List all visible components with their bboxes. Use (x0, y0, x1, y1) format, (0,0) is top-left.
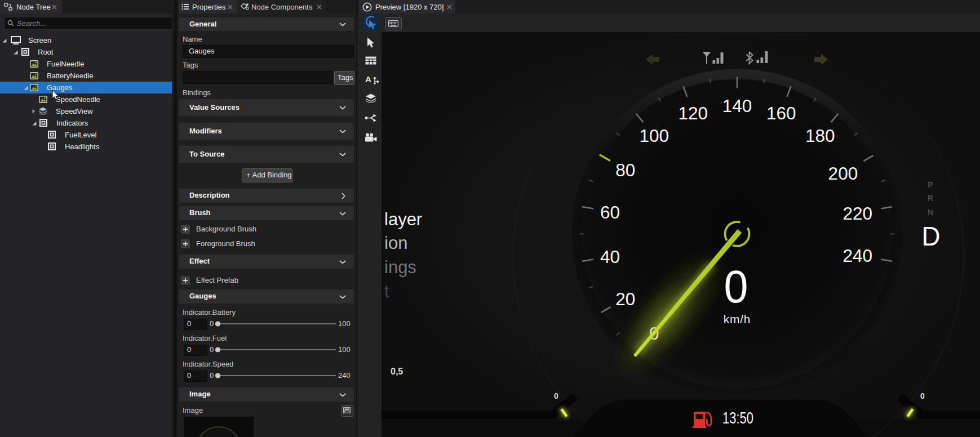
svg-text:60: 60 (600, 202, 620, 222)
svg-text:200: 200 (828, 163, 858, 184)
svg-text:180: 180 (805, 126, 835, 146)
svg-text:t: t (384, 282, 389, 301)
svg-text:ion: ion (384, 233, 407, 253)
svg-text:P: P (928, 180, 933, 189)
svg-text:160: 160 (766, 103, 796, 123)
svg-text:240: 240 (842, 246, 872, 266)
svg-text:40: 40 (600, 247, 620, 267)
svg-text:0: 0 (724, 261, 748, 312)
svg-text:ings: ings (384, 257, 416, 277)
svg-text:layer: layer (384, 209, 422, 229)
svg-text:N: N (928, 208, 933, 217)
svg-text:0: 0 (920, 391, 925, 400)
svg-text:0,5: 0,5 (391, 367, 403, 376)
svg-text:100: 100 (640, 126, 669, 146)
svg-text:140: 140 (722, 96, 752, 116)
svg-text:220: 220 (842, 203, 872, 224)
svg-text:120: 120 (678, 103, 708, 123)
svg-text:13:50: 13:50 (722, 408, 753, 427)
svg-text:0: 0 (554, 391, 558, 400)
svg-text:80: 80 (615, 160, 635, 180)
svg-text:D: D (922, 221, 941, 251)
svg-text:R: R (928, 194, 933, 203)
svg-text:20: 20 (615, 289, 635, 309)
svg-text:km/h: km/h (724, 313, 751, 325)
